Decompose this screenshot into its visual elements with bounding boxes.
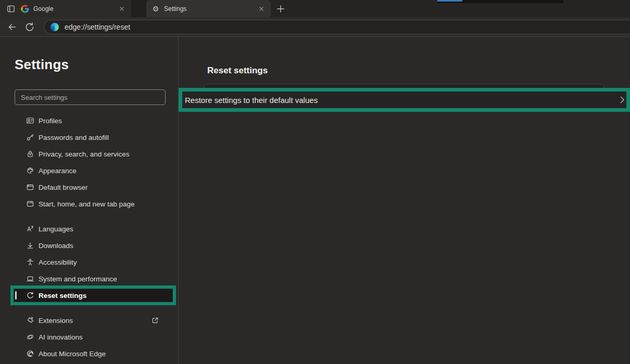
sidebar-item-label: Reset settings (39, 292, 86, 300)
close-icon[interactable] (257, 5, 266, 13)
browser-toolbar: edge://settings/reset (0, 17, 630, 36)
sidebar-item-reset-settings[interactable]: Reset settings (0, 287, 178, 304)
tab-title: Settings (164, 5, 253, 12)
sidebar-item-label: Default browser (39, 184, 88, 191)
sidebar-item-label: Appearance (39, 167, 77, 175)
sidebar-item-system[interactable]: System and performance (0, 270, 178, 287)
settings-sidebar: Settings Profiles Passwords and autofill (0, 37, 179, 364)
sidebar-item-downloads[interactable]: Downloads (0, 237, 178, 254)
edge-logo-icon (51, 23, 59, 31)
sidebar-item-start-home[interactable]: Start, home, and new tab page (0, 196, 178, 212)
sidebar-item-label: Passwords and autofill (39, 134, 109, 141)
reload-button[interactable] (21, 19, 39, 35)
new-tab-button[interactable] (275, 4, 286, 14)
url-text[interactable]: edge://settings/reset (65, 23, 130, 31)
tab-settings[interactable]: ⚙ Settings (146, 0, 271, 17)
sidebar-title: Settings (15, 56, 178, 73)
copilot-icon (26, 333, 34, 341)
tab-title: Google (33, 5, 114, 12)
gear-favicon: ⚙ (152, 5, 160, 13)
tab-strip: Google ⚙ Settings (0, 0, 630, 17)
address-bar[interactable]: edge://settings/reset (44, 20, 630, 34)
reset-icon (26, 291, 34, 300)
sidebar-item-default-browser[interactable]: Default browser (0, 179, 178, 196)
background-window-accent (437, 0, 462, 2)
tab-actions-icon (6, 4, 16, 14)
page-title: Reset settings (207, 66, 268, 76)
tab-google[interactable]: Google (16, 0, 131, 17)
sidebar-item-label: Accessibility (39, 258, 77, 266)
new-tab-icon (276, 4, 285, 14)
sidebar-item-ai-innovations[interactable]: AI innovations (0, 329, 178, 345)
restore-settings-row[interactable]: Restore settings to their default values (179, 88, 630, 112)
sidebar-nav: Profiles Passwords and autofill Privacy,… (0, 112, 178, 362)
external-link-icon (151, 316, 159, 324)
download-icon (26, 241, 34, 250)
edge-logo-icon (26, 349, 34, 358)
accessibility-icon (26, 258, 34, 266)
sidebar-item-label: System and performance (39, 275, 117, 283)
settings-page: Settings Profiles Passwords and autofill (0, 36, 630, 364)
sidebar-item-label: About Microsoft Edge (39, 350, 106, 358)
selected-item-indicator (15, 291, 17, 300)
restore-settings-label: Restore settings to their default values (182, 96, 318, 105)
sidebar-item-extensions[interactable]: Extensions (0, 312, 178, 329)
search-settings-input[interactable] (15, 89, 166, 105)
sidebar-item-accessibility[interactable]: Accessibility (0, 254, 178, 270)
sidebar-item-label: Extensions (39, 317, 73, 324)
new-tab-page-icon (26, 200, 34, 208)
sidebar-item-about[interactable]: About Microsoft Edge (0, 345, 178, 362)
sidebar-item-profiles[interactable]: Profiles (0, 112, 178, 129)
languages-icon (26, 225, 34, 233)
settings-main: Reset settings Restore settings to their… (179, 37, 630, 364)
sidebar-item-label: Downloads (39, 242, 73, 250)
google-favicon (21, 5, 29, 13)
browser-window-icon (26, 183, 34, 191)
puzzle-icon (26, 316, 34, 324)
tab-divider (131, 0, 146, 17)
sidebar-item-passwords[interactable]: Passwords and autofill (0, 129, 178, 146)
sidebar-item-appearance[interactable]: Appearance (0, 162, 178, 179)
laptop-icon (26, 275, 34, 283)
chevron-right-icon (619, 95, 625, 105)
sidebar-item-privacy[interactable]: Privacy, search, and services (0, 146, 178, 162)
key-icon (26, 133, 34, 141)
close-icon[interactable] (118, 5, 126, 13)
selected-item-background (14, 289, 172, 302)
palette-icon (26, 166, 34, 175)
lock-icon (26, 150, 34, 158)
sidebar-item-label: AI innovations (39, 333, 83, 341)
sidebar-item-languages[interactable]: Languages (0, 220, 178, 237)
profiles-icon (26, 116, 34, 125)
sidebar-item-label: Start, home, and new tab page (39, 200, 135, 208)
reload-icon (24, 22, 35, 32)
back-button[interactable] (3, 19, 21, 35)
sidebar-item-label: Languages (39, 225, 73, 233)
sidebar-item-label: Profiles (39, 117, 62, 125)
sidebar-item-label: Privacy, search, and services (39, 150, 130, 158)
back-icon (7, 22, 17, 32)
